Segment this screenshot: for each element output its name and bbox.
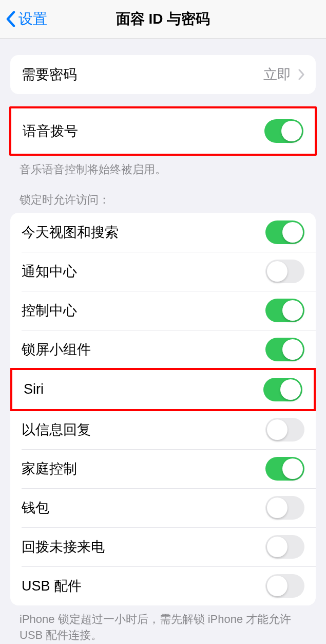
- navbar: 设置 面容 ID 与密码: [0, 0, 326, 39]
- lock-item-row: 今天视图和搜索: [10, 213, 316, 252]
- voice-dial-label: 语音拨号: [23, 122, 78, 140]
- lock-item-toggle[interactable]: [265, 535, 304, 559]
- passcode-group: 需要密码 立即: [10, 55, 316, 94]
- lock-item-toggle[interactable]: [265, 418, 304, 441]
- lock-item-label: 控制中心: [22, 301, 77, 320]
- back-button[interactable]: 设置: [0, 9, 47, 29]
- lock-item-label: 回拨未接来电: [22, 538, 105, 556]
- siri-highlight: Siri: [10, 368, 316, 411]
- lock-item-label: 以信息回复: [22, 420, 91, 439]
- lock-item-row: 通知中心: [10, 252, 316, 291]
- chevron-left-icon: [6, 11, 15, 27]
- lock-item-row: 控制中心: [10, 291, 316, 330]
- require-passcode-value: 立即: [263, 65, 304, 84]
- lock-item-label: 今天视图和搜索: [22, 223, 119, 242]
- lock-item-toggle[interactable]: [263, 378, 302, 401]
- lock-item-toggle[interactable]: [265, 299, 304, 322]
- chevron-right-icon: [298, 69, 304, 80]
- lock-access-group: 今天视图和搜索通知中心控制中心锁屏小组件Siri以信息回复家庭控制钱包回拨未接来…: [10, 213, 316, 605]
- lock-item-row: 家庭控制: [10, 449, 316, 488]
- lock-item-row: 以信息回复: [10, 410, 316, 449]
- lock-item-label: Siri: [24, 381, 44, 397]
- lock-item-toggle[interactable]: [265, 496, 304, 520]
- lock-item-row: Siri: [12, 370, 314, 409]
- lock-item-row: 回拨未接来电: [10, 527, 316, 566]
- require-passcode-row[interactable]: 需要密码 立即: [10, 55, 316, 94]
- lock-access-footer: iPhone 锁定超过一小时后，需先解锁 iPhone 才能允许 USB 配件连…: [0, 605, 326, 643]
- lock-item-toggle[interactable]: [265, 260, 304, 283]
- lock-item-row: 钱包: [10, 488, 316, 527]
- voice-dial-row: 语音拨号: [11, 108, 315, 154]
- lock-item-row: USB 配件: [10, 566, 316, 605]
- require-passcode-label: 需要密码: [22, 65, 77, 84]
- lock-item-toggle[interactable]: [265, 220, 304, 244]
- page-title: 面容 ID 与密码: [0, 9, 326, 29]
- voice-dial-footer: 音乐语音控制将始终被启用。: [0, 156, 326, 178]
- back-label: 设置: [18, 9, 47, 29]
- voice-dial-highlight: 语音拨号: [9, 106, 317, 156]
- lock-item-row: 锁屏小组件: [10, 330, 316, 369]
- lock-item-toggle[interactable]: [265, 574, 304, 598]
- voice-dial-toggle[interactable]: [264, 119, 303, 143]
- lock-item-label: 通知中心: [22, 262, 77, 281]
- lock-item-label: 锁屏小组件: [22, 340, 91, 359]
- lock-item-toggle[interactable]: [265, 338, 304, 361]
- lock-item-label: USB 配件: [22, 577, 82, 595]
- lock-item-toggle[interactable]: [265, 457, 304, 481]
- lock-access-header: 锁定时允许访问：: [0, 178, 326, 213]
- lock-item-label: 家庭控制: [22, 459, 77, 478]
- lock-item-label: 钱包: [22, 499, 49, 517]
